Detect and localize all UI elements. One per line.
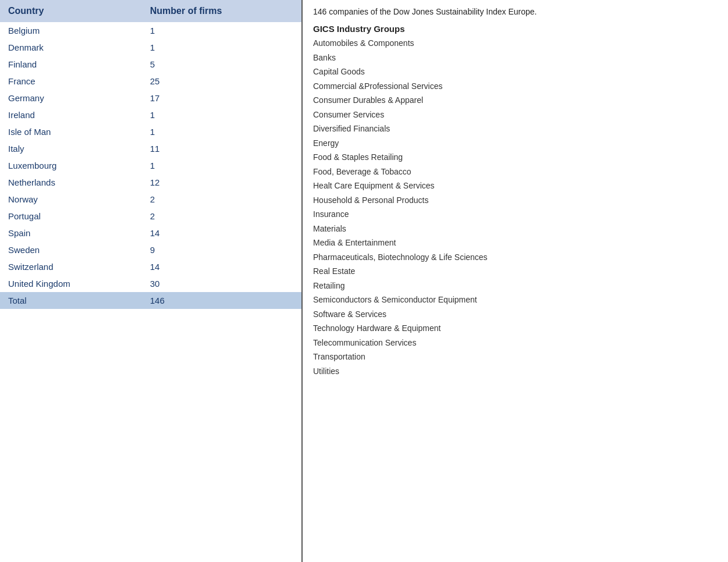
country-cell: France: [0, 73, 142, 90]
country-cell: Switzerland: [0, 258, 142, 275]
table-row: United Kingdom30: [0, 275, 301, 292]
firms-cell: 14: [142, 225, 301, 241]
firms-cell: 2: [142, 191, 301, 208]
gics-item: Consumer Services: [313, 108, 718, 122]
country-cell: Norway: [0, 191, 142, 208]
firms-cell: 9: [142, 241, 301, 258]
country-cell: Portugal: [0, 208, 142, 225]
table-row: Total146: [0, 292, 301, 309]
gics-item: Retailing: [313, 279, 718, 293]
intro-text: 146 companies of the Dow Jones Sustainab…: [313, 6, 718, 18]
country-cell: Spain: [0, 225, 142, 241]
table-row: Sweden9: [0, 241, 301, 258]
gics-item: Automobiles & Components: [313, 36, 718, 51]
firms-cell: 146: [142, 292, 301, 309]
table-row: Spain14: [0, 225, 301, 241]
gics-item: Diversified Financials: [313, 122, 718, 136]
country-cell: United Kingdom: [0, 275, 142, 292]
gics-item: Semiconductors & Semiconductor Equipment: [313, 293, 718, 307]
gics-list: Automobiles & ComponentsBanksCapital Goo…: [313, 36, 718, 378]
gics-title: GICS Industry Groups: [313, 24, 718, 34]
gics-item: Consumer Durables & Apparel: [313, 93, 718, 108]
country-cell: Germany: [0, 90, 142, 106]
gics-item: Technology Hardware & Equipment: [313, 321, 718, 336]
firms-cell: 1: [142, 157, 301, 174]
gics-item: Household & Personal Products: [313, 193, 718, 208]
table-row: Italy11: [0, 140, 301, 157]
country-table: Country Number of firms Belgium1Denmark1…: [0, 0, 301, 309]
table-row: Belgium1: [0, 22, 301, 39]
left-panel: Country Number of firms Belgium1Denmark1…: [0, 0, 303, 562]
gics-item: Banks: [313, 51, 718, 65]
country-cell: Finland: [0, 56, 142, 73]
firms-cell: 2: [142, 208, 301, 225]
gics-item: Healt Care Equipment & Services: [313, 179, 718, 193]
firms-cell: 5: [142, 56, 301, 73]
firms-cell: 11: [142, 140, 301, 157]
gics-item: Transportation: [313, 350, 718, 364]
table-row: Finland5: [0, 56, 301, 73]
country-header: Country: [0, 0, 142, 22]
table-row: Netherlands12: [0, 174, 301, 191]
country-cell: Belgium: [0, 22, 142, 39]
table-row: Isle of Man1: [0, 123, 301, 140]
gics-item: Food, Beverage & Tobacco: [313, 165, 718, 179]
gics-item: Food & Staples Retailing: [313, 150, 718, 165]
firms-cell: 17: [142, 90, 301, 106]
firms-cell: 30: [142, 275, 301, 292]
gics-item: Capital Goods: [313, 65, 718, 79]
table-row: Germany17: [0, 90, 301, 106]
table-row: Switzerland14: [0, 258, 301, 275]
right-panel: 146 companies of the Dow Jones Sustainab…: [303, 0, 728, 562]
country-cell: Sweden: [0, 241, 142, 258]
gics-item: Software & Services: [313, 307, 718, 322]
country-cell: Italy: [0, 140, 142, 157]
gics-item: Materials: [313, 222, 718, 236]
firms-header: Number of firms: [142, 0, 301, 22]
country-cell: Denmark: [0, 39, 142, 56]
table-header-row: Country Number of firms: [0, 0, 301, 22]
table-row: Luxembourg1: [0, 157, 301, 174]
gics-item: Energy: [313, 136, 718, 151]
table-row: France25: [0, 73, 301, 90]
firms-cell: 12: [142, 174, 301, 191]
country-cell: Total: [0, 292, 142, 309]
table-row: Ireland1: [0, 106, 301, 123]
country-cell: Netherlands: [0, 174, 142, 191]
gics-item: Real Estate: [313, 264, 718, 279]
firms-cell: 14: [142, 258, 301, 275]
country-cell: Isle of Man: [0, 123, 142, 140]
table-row: Denmark1: [0, 39, 301, 56]
firms-cell: 1: [142, 22, 301, 39]
country-cell: Ireland: [0, 106, 142, 123]
firms-cell: 1: [142, 39, 301, 56]
table-row: Portugal2: [0, 208, 301, 225]
firms-cell: 25: [142, 73, 301, 90]
table-row: Norway2: [0, 191, 301, 208]
gics-item: Telecommunication Services: [313, 336, 718, 350]
gics-item: Insurance: [313, 207, 718, 222]
gics-item: Commercial &Professional Services: [313, 79, 718, 94]
country-cell: Luxembourg: [0, 157, 142, 174]
gics-item: Pharmaceuticals, Biotechnology & Life Sc…: [313, 250, 718, 265]
gics-item: Utilities: [313, 364, 718, 379]
firms-cell: 1: [142, 106, 301, 123]
main-container: Country Number of firms Belgium1Denmark1…: [0, 0, 728, 562]
gics-item: Media & Entertainment: [313, 236, 718, 250]
firms-cell: 1: [142, 123, 301, 140]
